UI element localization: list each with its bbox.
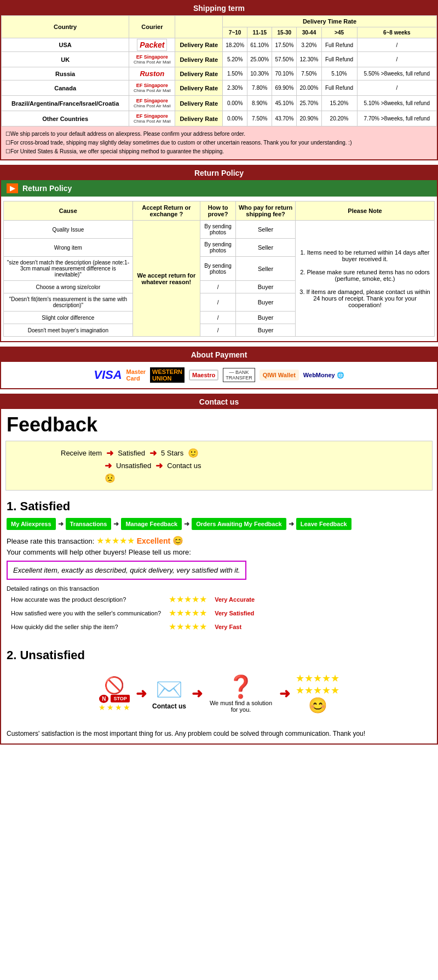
wu-logo: WESTERNUNION [150, 367, 185, 383]
shipping-data-5-2: 43.70% [272, 111, 297, 126]
payment-logos: VISA MasterCard WESTERNUNION Maestro — B… [1, 362, 437, 388]
shipping-data-1-4: Full Refund [321, 52, 357, 67]
unsatisfied-label: Unsatisfied [116, 462, 151, 470]
col-delivery-label [175, 16, 223, 38]
shipping-data-2-1: 10.30% [247, 67, 272, 80]
how-prove-5: / [200, 312, 236, 324]
rating-stars-2: ★★★★★ [169, 608, 207, 618]
who-pay-0: Seller [236, 221, 296, 239]
col-45: >45 [321, 27, 357, 38]
shipping-courier-1: EF SingaporeChina Post Air Mail [129, 52, 175, 67]
arrow-3: ➜ [105, 460, 112, 471]
shipping-data-1-5: / [357, 52, 436, 67]
shipping-section: Shipping term Country Courier Delivery T… [0, 0, 438, 160]
shipping-data-1-1: 25.00% [247, 52, 272, 67]
ratings-detail: Detailed ratings on this transaction How… [7, 585, 431, 634]
who-pay-6: Buyer [236, 324, 296, 337]
no-stop-group: 🚫 N STOP ★ ★ ★ ★ [99, 676, 130, 712]
step-4[interactable]: Leave Feedback [296, 518, 351, 530]
shipping-data-5-1: 7.50% [247, 111, 272, 126]
return-cause-2: "size doesn't match the description (ple… [4, 257, 133, 281]
return-icon: ▶ [7, 183, 18, 193]
satisfied-section: 1. Satisfied My Aliexpress➜Transactions➜… [1, 495, 437, 644]
webmoney-logo: WebMoney 🌐 [303, 372, 344, 379]
five-stars-label: 5 Stars [161, 449, 183, 457]
shipping-country-5: Other Countries [2, 111, 129, 126]
step-0[interactable]: My Aliexpress [7, 518, 56, 530]
step-1[interactable]: Transactions [66, 518, 112, 530]
col-15-30: 15-30 [272, 27, 297, 38]
unsatisfied-title: 2. Unsatisfied [7, 648, 431, 662]
delivery-rate-1: Delivery Rate [175, 52, 223, 67]
final-stars-top: ★★★★★ [296, 672, 339, 684]
excellent-text: Excellent [137, 537, 170, 545]
shipping-data-0-3: 3.20% [297, 38, 321, 52]
satisfied-label: Satisfied [118, 449, 145, 457]
final-smiley: 😊 [308, 696, 327, 714]
col-30-44: 30-44 [297, 27, 321, 38]
shipping-data-3-0: 2.30% [223, 80, 247, 96]
shipping-note: ☐We ship parcels to your default address… [5, 130, 433, 139]
col-how-prove: How to prove? [200, 201, 236, 221]
unsatisfied-star-4: ★ [123, 703, 130, 712]
shipping-data-2-3: 7.50% [297, 67, 321, 80]
flow-arrow-3: ➜ [279, 686, 290, 701]
return-cause-5: Slight color difference [4, 312, 133, 324]
final-note: Customers' satisfaction is the most impo… [1, 724, 437, 743]
shipping-data-5-4: 20.20% [321, 111, 357, 126]
col-courier: Courier [129, 16, 175, 38]
delivery-rate-4: Delivery Rate [175, 96, 223, 111]
arrow-1: ➜ [106, 448, 113, 458]
how-prove-3: / [200, 281, 236, 293]
example-comment: Excellent item, exactly as described, qu… [7, 561, 246, 580]
contact-us-label: Contact us [152, 702, 186, 710]
who-pay-1: Seller [236, 239, 296, 257]
col-accept: Accept Return or exchange ? [132, 201, 200, 221]
smiley-excellent: 😊 [172, 536, 183, 545]
mastercard-logo: MasterCard [126, 368, 146, 382]
step-2[interactable]: Manage Feedback [121, 518, 182, 530]
shipping-data-0-4: Full Refund [321, 38, 357, 52]
step-arrow-1: ➜ [113, 520, 119, 528]
delivery-rate-0: Delivery Rate [175, 38, 223, 52]
shipping-notes: ☐We ship parcels to your default address… [1, 126, 437, 159]
delivery-time-rate-header: Delivery Time Rate [223, 16, 437, 27]
col-country: Country [2, 16, 129, 38]
shipping-data-5-0: 0.00% [223, 111, 247, 126]
who-pay-5: Buyer [236, 312, 296, 324]
shipping-data-3-2: 69.90% [272, 80, 297, 96]
final-stars-group: ★★★★★ ★★★★★ 😊 [296, 672, 339, 714]
rating-q2: How satisfied were you with the seller's… [8, 607, 164, 619]
rating-q3: How quickly did the seller ship the item… [8, 620, 164, 633]
shipping-country-3: Canada [2, 80, 129, 96]
col-cause: Cause [4, 201, 133, 221]
delivery-rate-3: Delivery Rate [175, 80, 223, 96]
shipping-data-1-0: 5.20% [223, 52, 247, 67]
col-please-note: Please Note [296, 201, 435, 221]
contact-header: Contact us [1, 395, 437, 409]
return-cause-4: "Doesn't fit(item's measurement is the s… [4, 293, 133, 312]
shipping-data-0-5: / [357, 38, 436, 52]
how-prove-6: / [200, 324, 236, 337]
solution-group: ❓ We must find a solution for you. [208, 674, 274, 713]
unsatisfied-flow: 🚫 N STOP ★ ★ ★ ★ ➜ ✉️ Contact us ➜ ❓ We … [1, 667, 437, 720]
rating-a1: Very Accurate [211, 593, 258, 606]
please-note-cell: 1. Items need to be returned within 14 d… [296, 221, 435, 337]
shipping-data-3-5: / [357, 80, 436, 96]
who-pay-3: Buyer [236, 281, 296, 293]
step-3[interactable]: Orders Awaiting My Feedback [192, 518, 286, 530]
unsatisfied-star-2: ★ [107, 703, 114, 712]
shipping-country-0: USA [2, 38, 129, 52]
contact-us-flow-label: Contact us [167, 462, 201, 470]
shipping-data-3-4: Full Refund [321, 80, 357, 96]
smiley-happy: 🙂 [188, 448, 199, 458]
return-cause-1: Wrong item [4, 239, 133, 257]
who-pay-4: Buyer [236, 293, 296, 312]
arrow-4: ➜ [155, 460, 163, 471]
stop-icon: N [99, 695, 108, 703]
shipping-data-2-2: 70.10% [272, 67, 297, 80]
shipping-note: ☐For cross-broad trade, shipping may sli… [5, 139, 433, 147]
final-stars-bottom: ★★★★★ [296, 684, 339, 696]
return-cause-0: Quality Issue [4, 221, 133, 239]
shipping-courier-5: EF SingaporeChina Post Air Mail [129, 111, 175, 126]
